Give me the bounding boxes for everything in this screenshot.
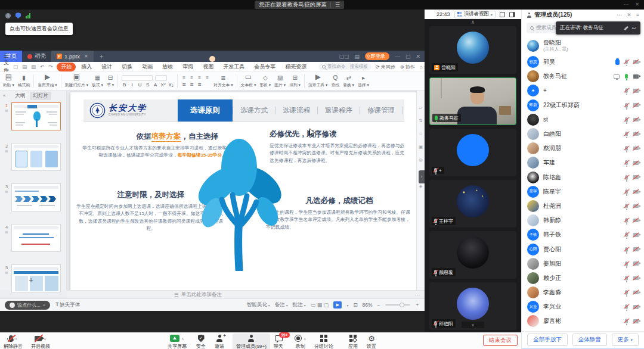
fit-icon[interactable]: ⊡ (353, 302, 357, 308)
member-row-教务马征[interactable]: 教务马征 (522, 69, 644, 83)
member-row-李鑫淼[interactable]: 李鑫淼 (522, 285, 644, 300)
tab-outline[interactable]: 大纲 (15, 92, 25, 99)
member-row-韩子铁[interactable]: 子铁韩子铁 (522, 228, 644, 242)
toolbar-应用[interactable]: 应用 (348, 334, 358, 349)
wps-tab-docer[interactable]: 稻壳 (22, 51, 51, 62)
thumbnail-preview[interactable] (11, 183, 61, 211)
collaborate-button[interactable]: ⊕ 协作 (400, 64, 415, 70)
more-icon[interactable]: ⋯ (623, 1, 628, 7)
help-tool-icon[interactable]: ◎ (419, 157, 423, 163)
missing-font-indicator[interactable]: T缺失字体 (55, 301, 80, 309)
ribbon-粘贴-button[interactable]: ▤粘贴 ▾ (3, 74, 14, 88)
member-row-车建[interactable]: 车建 (522, 155, 644, 170)
ribbon-tab-开始[interactable]: 开始 (57, 63, 76, 71)
layout-tool-icon[interactable]: ▣ (419, 144, 423, 149)
sync-status[interactable]: ⟳ 未同步 (376, 64, 395, 70)
member-row-蔡润朋[interactable]: 蔡润朋 (522, 141, 644, 155)
props-tool-icon[interactable]: ▱ (419, 105, 423, 110)
say-something-pill[interactable]: 说点什么... « (5, 301, 50, 310)
ribbon-节-button[interactable]: ⊟节 ▾ (107, 74, 114, 88)
ribbon-tab-视图[interactable]: 视图 (199, 63, 218, 71)
video-tile-曾晓阳[interactable]: 曾晓阳 (429, 26, 516, 74)
ribbon-tab-动画[interactable]: 动画 (138, 63, 157, 71)
member-row-st[interactable]: st (522, 113, 644, 127)
toolbar-设置[interactable]: ⚙设置 (367, 334, 376, 349)
member-row-陈星宇[interactable]: 星宇陈星宇 (522, 185, 644, 199)
slideshow-play-button[interactable]: ▶ (333, 301, 342, 309)
video-tile-颜思璇[interactable]: 颜思璇 (429, 231, 516, 279)
ribbon-版式-button[interactable]: ▦版式 ▾ (92, 74, 103, 88)
minimize-icon[interactable]: — (395, 54, 400, 60)
toolbar-录制[interactable]: ∧录制 (295, 334, 306, 349)
caret-icon[interactable]: ∧ (15, 336, 17, 341)
lower-all-hands-button[interactable]: 全部手放下 (527, 334, 568, 346)
slide-canvas[interactable]: 长安大学 CHANG'AN UNIVERSITY 选课原则选课方式选课流程退课程… (70, 92, 417, 290)
close-window-icon[interactable]: ✕ (416, 54, 420, 60)
member-row-曾晓阳[interactable]: 曾晓阳(主持人, 我) (522, 37, 644, 55)
notes-bar[interactable]: ☰ 单击此处添加备注 ⋯ (67, 290, 425, 298)
format-A-button[interactable]: A (153, 82, 158, 88)
new-tab-button[interactable]: ＋ (98, 52, 105, 61)
ribbon-查找-button[interactable]: Q查找 (332, 74, 340, 88)
ribbon-排列-button[interactable]: ⊞排列 ▾ (289, 74, 301, 88)
ribbon-新建幻灯片-button[interactable]: ▣新建幻灯片 ▾ (65, 74, 88, 88)
member-row-杜尧洲[interactable]: 杜尧洲 (522, 199, 644, 213)
member-row-陈培鑫[interactable]: 陈培鑫 (522, 170, 644, 185)
toolbar-管理成员(99+)[interactable]: 管理成员(99+) (233, 334, 270, 349)
list-icon[interactable]: ≡ (189, 75, 194, 80)
split-view-icon[interactable]: ▢▢ (339, 54, 349, 60)
collapse-sidebar-handle[interactable]: › (419, 170, 425, 183)
undo-arrow-icon[interactable]: ↩ (631, 25, 636, 31)
tab-list-icon[interactable]: ▤ (354, 54, 360, 60)
list-icon[interactable]: ≡ (205, 75, 210, 80)
caret-icon[interactable]: ∧ (304, 336, 306, 341)
play-caret-icon[interactable]: ▾ (346, 303, 348, 307)
ribbon-文本框-button[interactable]: ▭文本框 ▾ (241, 74, 256, 88)
video-tile-教务马征[interactable]: 教务马征 (429, 77, 516, 125)
member-row-李兴业[interactable]: 兴业李兴业 (522, 300, 644, 314)
undo-icon[interactable]: ↶ (40, 64, 44, 70)
thumbnail-preview[interactable] (11, 264, 61, 292)
side-panel-toggle-icon[interactable] (509, 12, 515, 17)
status-备注-button[interactable]: 备注▾ (275, 301, 288, 309)
panel-close-icon[interactable]: ✕ (627, 12, 631, 18)
ribbon-替换-button[interactable]: ⇄替换 ▾ (343, 74, 354, 88)
ribbon-tab-切换[interactable]: 切换 (117, 63, 137, 71)
info-icon[interactable]: i (5, 13, 11, 18)
font-name-box[interactable] (122, 75, 153, 81)
zoom-out-button[interactable]: − (377, 302, 380, 308)
slide-thumbnail-4[interactable]: 4 (4, 224, 61, 252)
zoom-slider[interactable] (385, 304, 410, 306)
more-button[interactable]: 更多▾ (612, 334, 639, 346)
thumbnail-preview[interactable] (11, 224, 61, 252)
toolbar-解除静音[interactable]: ∧解除静音 (4, 334, 23, 349)
format-X₂-button[interactable]: X₂ (168, 82, 174, 88)
ribbon-图片-button[interactable]: ▨图片 ▾ (274, 74, 286, 88)
format-S-button[interactable]: S (145, 82, 150, 88)
list-icon[interactable]: ≡ (181, 75, 187, 80)
video-tile-+[interactable]: + (429, 129, 516, 176)
ribbon-tab-审阅[interactable]: 审阅 (178, 63, 197, 71)
thumbnail-preview[interactable] (11, 143, 61, 171)
zoom-slider-knob[interactable] (400, 303, 404, 307)
panel-more-icon[interactable]: ⋯ (617, 12, 622, 18)
ribbon-tab-开发工具[interactable]: 开发工具 (219, 63, 249, 71)
format-B-button[interactable]: B (122, 82, 127, 88)
toolbar-开启视频[interactable]: ∧开启视频 (31, 334, 50, 349)
toolbar-共享屏幕[interactable]: ∧共享屏幕 (168, 334, 187, 349)
member-row-贾心阳[interactable]: 心阳贾心阳 (522, 242, 644, 256)
ribbon-tab-会员专享[interactable]: 会员专享 (250, 63, 280, 71)
panel-menu-icon[interactable]: ≡ (636, 12, 639, 18)
member-row-赖少正[interactable]: 赖少正 (522, 271, 644, 285)
add-slide-button[interactable]: ＋ (27, 275, 35, 285)
member-row-廖言彬[interactable]: 廖言彬 (522, 314, 644, 328)
slide-thumbnail-2[interactable]: 2 (4, 143, 61, 171)
align-icon[interactable]: ≣ (197, 82, 202, 87)
slide-thumbnail-3[interactable]: 3 (4, 183, 61, 211)
font-size-box[interactable] (155, 75, 167, 81)
favorite-tool-icon[interactable]: ☆ (419, 131, 423, 136)
ribbon-选择-button[interactable]: ▸选择 ▾ (358, 74, 369, 88)
view-mode-dropdown[interactable]: 演讲者视图 ▾ (454, 11, 496, 18)
video-tile-王梓宇[interactable]: 王梓宇 (429, 180, 516, 228)
format-X²-button[interactable]: X² (160, 82, 166, 88)
